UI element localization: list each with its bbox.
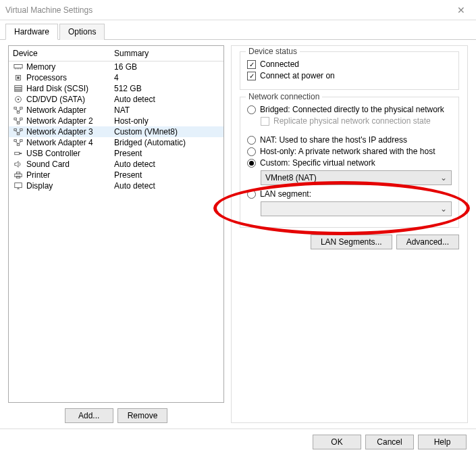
device-name: Printer [26,170,50,180]
svg-line-21 [18,120,21,122]
bridged-radio-row[interactable]: Bridged: Connected directly to the physi… [247,105,452,114]
right-panel: Device status ✓ Connected ✓ Connect at p… [231,45,468,423]
add-button[interactable]: Add... [65,408,113,423]
chevron-down-icon: ⌄ [440,204,447,214]
device-summary: Present [114,170,219,180]
nat-radio-row[interactable]: NAT: Used to share the host's IP address [247,135,452,145]
device-row-sound-card[interactable]: Sound CardAuto detect [9,159,223,170]
svg-rect-23 [20,129,23,131]
device-summary: Custom (VMnet8) [114,127,219,137]
bridged-label: Bridged: Connected directly to the physi… [260,105,444,114]
connected-checkbox-row[interactable]: ✓ Connected [247,59,452,69]
ok-button[interactable]: OK [313,435,361,449]
cancel-button[interactable]: Cancel [365,435,414,449]
device-row-memory[interactable]: Memory16 GB [9,62,223,72]
device-row-cd-dvd-sata-[interactable]: CD/DVD (SATA)Auto detect [9,94,223,105]
left-panel: Device Summary Memory16 GBProcessors4Har… [8,45,224,423]
window-title: Virtual Machine Settings [5,5,92,15]
header-device: Device [13,49,114,58]
device-status-legend: Device status [246,47,300,56]
footer: OK Cancel Help [0,429,476,455]
device-row-hard-disk-scsi-[interactable]: Hard Disk (SCSI)512 GB [9,83,223,94]
remove-button[interactable]: Remove [117,408,168,423]
cd-icon [13,95,24,104]
svg-rect-8 [15,88,22,90]
header-summary: Summary [114,49,219,58]
device-summary: Bridged (Automatic) [114,138,219,147]
svg-rect-12 [14,107,17,109]
custom-network-dropdown[interactable]: VMnet8 (NAT) ⌄ [261,170,452,185]
device-name: Sound Card [26,160,70,169]
device-name: Display [26,181,53,191]
advanced-button[interactable]: Advanced... [396,235,459,249]
device-summary: 512 GB [114,84,219,93]
custom-radio[interactable] [247,159,256,168]
device-name: USB Controller [26,149,80,158]
net-icon [13,138,24,147]
device-summary: Host-only [114,116,219,126]
nat-radio[interactable] [247,136,256,145]
device-name: Network Adapter 3 [26,127,93,137]
svg-rect-36 [16,172,20,174]
connect-power-label: Connect at power on [260,71,335,80]
hostonly-radio-row[interactable]: Host-only: A private network shared with… [247,147,452,156]
device-status-group: Device status ✓ Connected ✓ Connect at p… [240,51,459,90]
device-row-printer[interactable]: PrinterPresent [9,170,223,180]
replicate-checkbox [261,117,269,126]
svg-rect-32 [15,152,20,155]
svg-rect-33 [20,153,22,154]
hostonly-radio[interactable] [247,147,256,156]
device-row-network-adapter[interactable]: Network AdapterNAT [9,105,223,116]
svg-marker-34 [15,162,18,168]
connected-checkbox[interactable]: ✓ [247,60,256,69]
close-icon[interactable]: ✕ [452,5,471,16]
tabs: HardwareOptions [0,20,476,40]
net-icon [13,116,24,126]
custom-radio-row[interactable]: Custom: Specific virtual network [247,158,452,168]
lan-segment-radio[interactable] [247,190,256,199]
bridged-radio[interactable] [247,105,256,114]
device-row-usb-controller[interactable]: USB ControllerPresent [9,148,223,159]
net-icon [13,127,24,137]
memory-icon [13,62,24,72]
device-row-network-adapter-3[interactable]: Network Adapter 3Custom (VMnet8) [9,126,223,137]
connect-power-checkbox-row[interactable]: ✓ Connect at power on [247,71,452,80]
device-row-network-adapter-2[interactable]: Network Adapter 2Host-only [9,116,223,126]
svg-rect-38 [15,183,22,188]
svg-rect-7 [15,86,22,88]
device-name: Network Adapter 4 [26,138,93,147]
svg-rect-28 [20,140,23,142]
svg-rect-27 [14,140,17,142]
device-summary: 16 GB [114,62,219,72]
device-name: Hard Disk (SCSI) [26,84,88,93]
custom-network-value: VMnet8 (NAT) [265,173,317,182]
device-summary: Present [114,149,219,158]
connect-power-checkbox[interactable]: ✓ [247,72,256,80]
device-list-header: Device Summary [9,46,223,62]
network-connection-legend: Network connection [246,92,322,101]
cpu-icon [13,73,24,82]
tab-options[interactable]: Options [59,24,105,40]
lan-segment-radio-row[interactable]: LAN segment: [247,189,452,199]
device-row-processors[interactable]: Processors4 [9,72,223,83]
svg-rect-6 [17,76,20,79]
titlebar: Virtual Machine Settings ✕ [0,0,476,20]
device-row-display[interactable]: DisplayAuto detect [9,180,223,191]
device-summary: Auto detect [114,160,219,169]
tab-hardware[interactable]: Hardware [5,24,58,40]
help-button[interactable]: Help [418,435,467,449]
svg-point-11 [18,99,20,101]
printer-icon [13,170,24,180]
device-name: Network Adapter 2 [26,116,93,126]
lan-segment-dropdown: ⌄ [261,201,452,216]
display-icon [13,181,24,191]
nat-label: NAT: Used to share the host's IP address [260,135,407,145]
device-row-network-adapter-4[interactable]: Network Adapter 4Bridged (Automatic) [9,137,223,148]
device-name: Memory [26,62,55,72]
network-connection-group: Network connection Bridged: Connected di… [240,97,459,228]
lan-segments-button[interactable]: LAN Segments... [311,235,392,249]
svg-line-16 [18,109,21,112]
hostonly-label: Host-only: A private network shared with… [260,147,435,156]
svg-rect-0 [14,65,22,68]
net-icon [13,105,24,115]
